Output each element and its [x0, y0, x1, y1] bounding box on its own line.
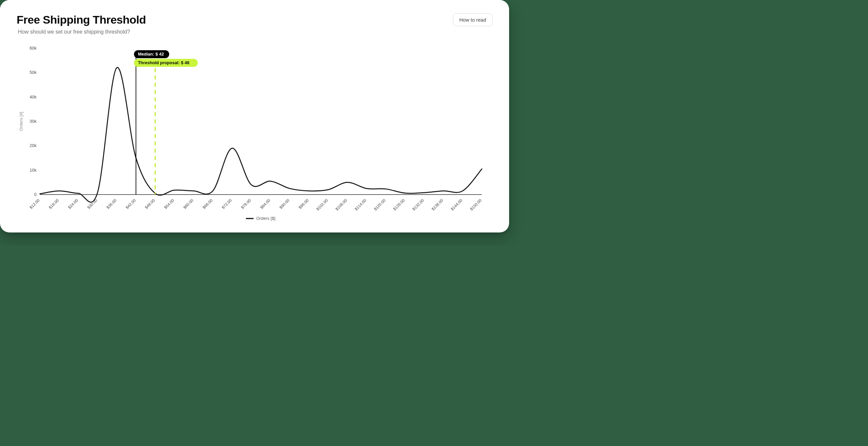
x-tick-label: $144.00 [450, 198, 464, 211]
x-tick-label: $54.00 [163, 198, 175, 210]
x-tick-label: $90.00 [278, 198, 290, 210]
x-tick-label: $36.00 [106, 198, 118, 210]
x-tick-label: $66.00 [202, 198, 214, 210]
x-tick-label: $102.00 [315, 198, 329, 211]
x-tick-label: $24.00 [67, 198, 79, 210]
title-block: Free Shipping Threshold How should we se… [17, 13, 146, 35]
legend-label: Orders [$] [256, 216, 276, 221]
x-tick-label: $30.00 [86, 198, 98, 210]
card-header: Free Shipping Threshold How should we se… [17, 13, 493, 35]
page-subtitle: How should we set our free shipping thre… [18, 29, 146, 35]
y-axis-label: Orders [#] [19, 112, 24, 131]
median-badge-text: Median: $ 42 [138, 52, 164, 57]
x-tick-label: $42.00 [125, 198, 136, 210]
chart-card: Free Shipping Threshold How should we se… [0, 0, 509, 233]
page-title: Free Shipping Threshold [17, 13, 146, 26]
x-tick-label: $120.00 [373, 198, 386, 211]
y-tick-label: 20k [30, 143, 36, 148]
x-tick-label: $96.00 [298, 198, 310, 210]
orders-series-line [40, 67, 482, 202]
y-tick-label: 50k [30, 70, 36, 75]
y-tick-label: 0 [34, 192, 36, 197]
x-tick-label: $72.00 [221, 198, 233, 210]
threshold-badge-text: Threshold proposal: $ 48 [138, 60, 189, 65]
x-tick-label: $18.00 [48, 198, 60, 210]
x-tick-label: $48.00 [144, 198, 156, 210]
x-tick-label: $132.00 [411, 198, 425, 211]
x-tick-label: $126.00 [392, 198, 406, 211]
x-tick-label: $60.00 [182, 198, 194, 210]
x-tick-label: $108.00 [335, 198, 348, 211]
x-tick-label: $78.00 [240, 198, 252, 210]
x-tick-label: $150.00 [469, 198, 483, 211]
x-tick-label: $12.00 [29, 198, 40, 210]
y-tick-label: 40k [30, 94, 36, 99]
chart-area: 010k20k30k40k50k60kOrders [#]$12.00$18.0… [17, 45, 493, 226]
y-tick-label: 60k [30, 46, 36, 51]
how-to-read-button[interactable]: How to read [453, 13, 493, 26]
x-tick-label: $138.00 [431, 198, 444, 211]
x-tick-label: $114.00 [354, 198, 368, 211]
chart-svg: 010k20k30k40k50k60kOrders [#]$12.00$18.0… [17, 45, 489, 225]
x-tick-label: $84.00 [259, 198, 271, 210]
y-tick-label: 30k [30, 119, 36, 124]
y-tick-label: 10k [30, 168, 36, 173]
